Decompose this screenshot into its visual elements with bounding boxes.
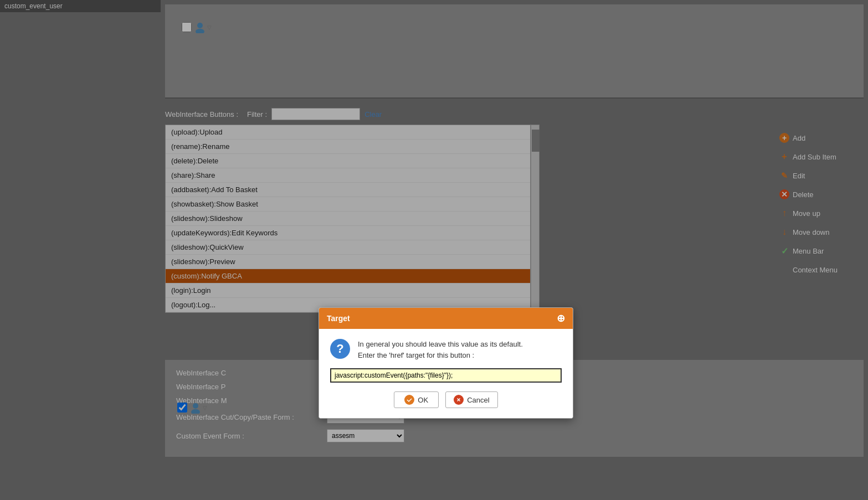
dialog-buttons: OK Cancel [330,391,562,408]
dialog-move-icon[interactable]: ⊕ [557,312,565,324]
dialog-ok-label: OK [418,396,428,404]
dialog-body: ? In general you should leave this value… [319,329,573,418]
dialog-cancel-icon [454,395,464,405]
dialog-message-line1: In general you should leave this value a… [358,339,523,350]
dialog-cancel-label: Cancel [467,396,489,404]
dialog-cancel-button[interactable]: Cancel [445,391,497,408]
dialog-overlay: Target ⊕ ? In general you should leave t… [0,0,868,500]
dialog-title: Target [327,314,350,323]
dialog-target-input[interactable] [330,368,562,383]
dialog-ok-icon [404,395,414,405]
dialog-message-row: ? In general you should leave this value… [330,339,562,360]
dialog-info-icon: ? [330,339,350,359]
dialog-ok-button[interactable]: OK [394,391,439,408]
dialog-message: In general you should leave this value a… [358,339,523,360]
dialog-header: Target ⊕ [319,308,573,329]
target-dialog: Target ⊕ ? In general you should leave t… [319,307,573,419]
main-background: custom_event_user ▽ [0,0,868,500]
dialog-message-line2: Enter the 'href' target for this button … [358,350,523,361]
